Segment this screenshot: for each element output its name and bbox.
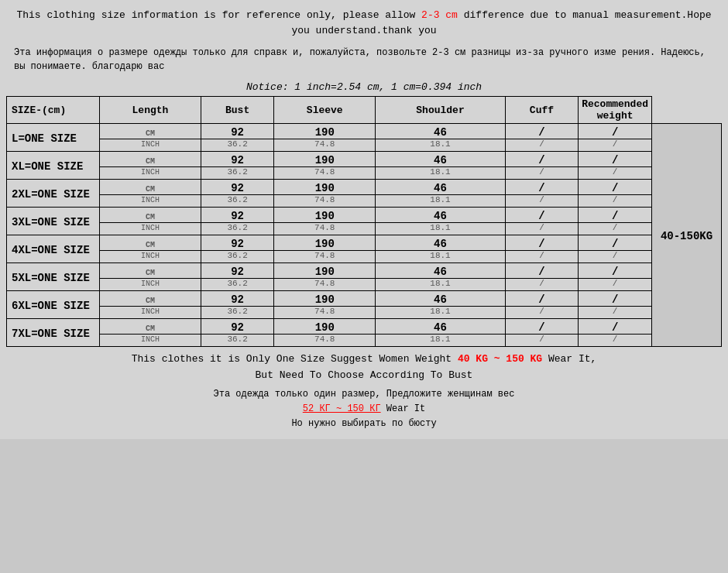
unit-inch: INCH: [100, 251, 201, 263]
inch-value-bust: 74.8: [274, 223, 376, 235]
inch-value-sleeve: 18.1: [376, 167, 506, 180]
inch-value-bust: 74.8: [274, 279, 376, 291]
notice-top: This clothing size information is for re…: [6, 5, 722, 41]
cm-value-bust: 190: [274, 180, 376, 195]
cm-value-cuff: /: [579, 319, 652, 335]
cm-value-sleeve: 46: [376, 291, 506, 307]
cm-value-sleeve: 46: [376, 208, 506, 223]
size-label: 5XL=ONE SIZE: [7, 263, 100, 291]
cm-value-length: 92: [201, 291, 273, 307]
unit-inch: INCH: [100, 167, 201, 180]
unit-inch: INCH: [100, 139, 201, 152]
table-row: 6XL=ONE SIZECM9219046//: [7, 291, 722, 307]
table-row: 4XL=ONE SIZECM9219046//: [7, 235, 722, 251]
table-row: 7XL=ONE SIZECM9219046//: [7, 319, 722, 335]
inch-value-cuff: /: [579, 167, 652, 180]
table-row: 5XL=ONE SIZECM9219046//: [7, 263, 722, 279]
cm-value-shoulder: /: [505, 319, 578, 335]
inch-value-bust: 74.8: [274, 335, 376, 347]
cm-value-shoulder: /: [505, 124, 578, 139]
cm-value-cuff: /: [579, 235, 652, 251]
size-label: 6XL=ONE SIZE: [7, 291, 100, 319]
size-label: 2XL=ONE SIZE: [7, 180, 100, 208]
cm-value-bust: 190: [274, 319, 376, 335]
inch-value-cuff: /: [579, 195, 652, 208]
notice-link: 2-3 cm: [421, 9, 458, 21]
table-row: L=ONE SIZECM9219046//40-150KG: [7, 124, 722, 139]
cm-value-sleeve: 46: [376, 124, 506, 139]
inch-value-length: 36.2: [201, 279, 273, 291]
table-row-inch: INCH36.274.818.1//: [7, 335, 722, 347]
cm-value-cuff: /: [579, 180, 652, 195]
table-row: 3XL=ONE SIZECM9219046//: [7, 208, 722, 223]
table-row-inch: INCH36.274.818.1//: [7, 223, 722, 235]
inch-value-length: 36.2: [201, 307, 273, 319]
cm-value-shoulder: /: [505, 180, 578, 195]
inch-value-sleeve: 18.1: [376, 279, 506, 291]
inch-value-bust: 74.8: [274, 307, 376, 319]
table-row: XL=ONE SIZECM9219046//: [7, 152, 722, 167]
unit-inch: INCH: [100, 223, 201, 235]
table-row-inch: INCH36.274.818.1//: [7, 307, 722, 319]
inch-value-sleeve: 18.1: [376, 223, 506, 235]
col-recommended: Recommended weight: [579, 97, 652, 124]
size-label: L=ONE SIZE: [7, 124, 100, 152]
inch-value-cuff: /: [579, 139, 652, 152]
table-row-inch: INCH36.274.818.1//: [7, 139, 722, 152]
inch-value-cuff: /: [579, 223, 652, 235]
col-length: Length: [100, 97, 201, 124]
cm-value-length: 92: [201, 180, 273, 195]
cm-value-bust: 190: [274, 291, 376, 307]
cm-value-shoulder: /: [505, 235, 578, 251]
inch-value-shoulder: /: [505, 335, 578, 347]
table-row-inch: INCH36.274.818.1//: [7, 279, 722, 291]
cm-value-length: 92: [201, 263, 273, 279]
page-wrapper: This clothing size information is for re…: [0, 0, 728, 439]
unit-cm: CM: [100, 152, 201, 167]
bottom-russian: Эта одежда только один размер, Предложит…: [6, 386, 722, 435]
notice-text-before: This clothing size information is for re…: [16, 9, 421, 21]
col-bust: Bust: [201, 97, 273, 124]
inch-value-shoulder: /: [505, 279, 578, 291]
inch-value-length: 36.2: [201, 167, 273, 180]
unit-cm: CM: [100, 124, 201, 139]
unit-cm: CM: [100, 291, 201, 307]
cm-value-length: 92: [201, 235, 273, 251]
inch-value-length: 36.2: [201, 139, 273, 152]
inch-value-shoulder: /: [505, 251, 578, 263]
size-label: 3XL=ONE SIZE: [7, 208, 100, 235]
size-label: 4XL=ONE SIZE: [7, 235, 100, 263]
cm-value-bust: 190: [274, 152, 376, 167]
col-size: SIZE-(cm): [7, 97, 100, 124]
inch-value-bust: 74.8: [274, 195, 376, 208]
unit-cm: CM: [100, 319, 201, 335]
table-row-inch: INCH36.274.818.1//: [7, 195, 722, 208]
table-row: 2XL=ONE SIZECM9219046//: [7, 180, 722, 195]
inch-value-shoulder: /: [505, 195, 578, 208]
size-label: XL=ONE SIZE: [7, 152, 100, 180]
cm-value-cuff: /: [579, 152, 652, 167]
cm-value-sleeve: 46: [376, 235, 506, 251]
inch-value-sleeve: 18.1: [376, 195, 506, 208]
cm-value-length: 92: [201, 152, 273, 167]
table-row-inch: INCH36.274.818.1//: [7, 167, 722, 180]
cm-value-bust: 190: [274, 124, 376, 139]
cm-value-length: 92: [201, 124, 273, 139]
size-label: 7XL=ONE SIZE: [7, 319, 100, 347]
cm-value-sleeve: 46: [376, 152, 506, 167]
inch-value-shoulder: /: [505, 139, 578, 152]
measurement-notice: Notice: 1 inch=2.54 cm, 1 cm=0.394 inch: [6, 81, 722, 93]
inch-value-length: 36.2: [201, 223, 273, 235]
cm-value-cuff: /: [579, 291, 652, 307]
col-sleeve: Sleeve: [274, 97, 376, 124]
inch-value-bust: 74.8: [274, 139, 376, 152]
cm-value-sleeve: 46: [376, 319, 506, 335]
inch-value-sleeve: 18.1: [376, 335, 506, 347]
cm-value-length: 92: [201, 208, 273, 223]
cm-value-shoulder: /: [505, 291, 578, 307]
inch-value-sleeve: 18.1: [376, 307, 506, 319]
inch-value-cuff: /: [579, 307, 652, 319]
unit-inch: INCH: [100, 307, 201, 319]
inch-value-sleeve: 18.1: [376, 139, 506, 152]
inch-value-length: 36.2: [201, 335, 273, 347]
